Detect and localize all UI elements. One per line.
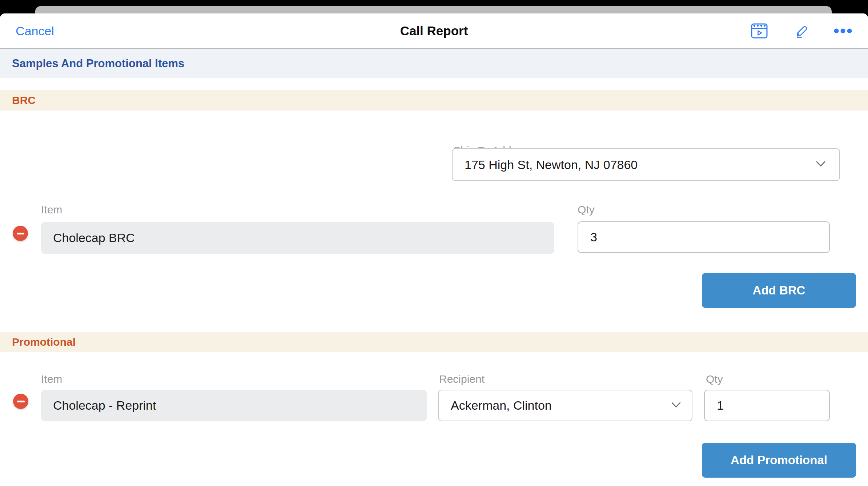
recipient-select[interactable]: Ackerman, Clinton (438, 390, 692, 421)
ship-to-select[interactable]: 175 High St, Newton, NJ 07860 (452, 148, 840, 181)
brc-item-label: Item (41, 204, 62, 216)
minus-icon (17, 401, 25, 402)
promotional-group-header: Promotional (0, 332, 868, 352)
ship-to-value: 175 High St, Newton, NJ 07860 (465, 158, 638, 172)
promo-qty-value: 1 (717, 398, 724, 413)
samples-section-header: Samples And Promotional Items (0, 48, 868, 78)
brc-group-title: BRC (12, 94, 36, 107)
recipient-value: Ackerman, Clinton (451, 398, 552, 413)
brc-qty-value: 3 (590, 230, 597, 244)
brc-qty-input[interactable]: 3 (578, 221, 830, 253)
brc-item-value: Cholecap BRC (53, 231, 135, 245)
remove-promo-item-button[interactable] (13, 394, 28, 409)
screen: Cancel Call Report (0, 0, 868, 486)
add-brc-button[interactable]: Add BRC (702, 273, 856, 308)
promo-item-value: Cholecap - Reprint (53, 398, 156, 413)
add-promotional-button[interactable]: Add Promotional (702, 443, 856, 478)
chevron-down-icon (671, 402, 681, 409)
promo-item-input[interactable]: Cholecap - Reprint (41, 390, 427, 421)
minus-icon (17, 233, 24, 234)
remove-brc-item-button[interactable] (13, 226, 28, 241)
promotional-group-title: Promotional (12, 336, 76, 348)
promo-item-label: Item (41, 373, 62, 385)
call-report-modal: Cancel Call Report (0, 13, 868, 486)
navbar: Cancel Call Report (0, 13, 868, 48)
brc-group-header: BRC (0, 90, 868, 111)
brc-item-input[interactable]: Cholecap BRC (41, 222, 554, 254)
more-options-icon[interactable] (834, 13, 852, 48)
media-preview-icon[interactable] (751, 13, 768, 48)
samples-section-title: Samples And Promotional Items (12, 57, 184, 70)
brc-qty-label: Qty (578, 204, 595, 216)
promo-qty-label: Qty (706, 373, 723, 385)
page-title: Call Report (0, 13, 868, 48)
chevron-down-icon (816, 161, 825, 168)
recipient-label: Recipient (439, 373, 485, 385)
promo-qty-input[interactable]: 1 (704, 390, 830, 421)
signature-icon[interactable] (794, 13, 809, 48)
